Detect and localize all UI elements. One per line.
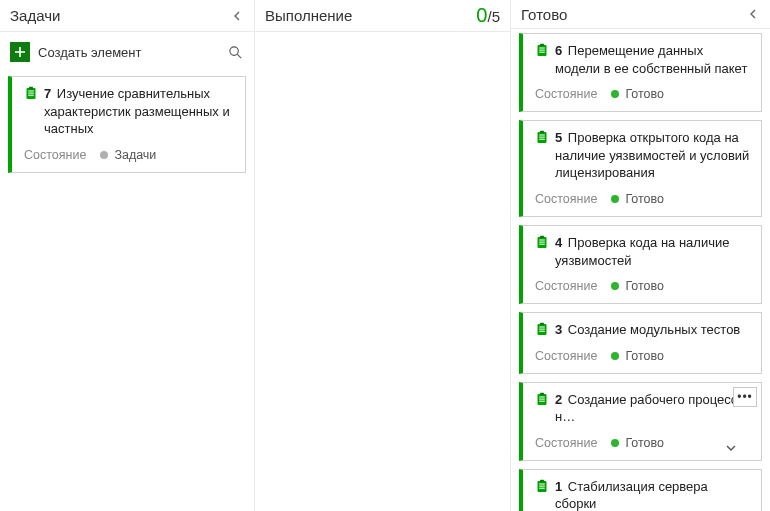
column-doing-header: Выполнение 0/5 [255, 0, 510, 32]
card-state-label: Состояние [535, 87, 597, 101]
svg-rect-28 [540, 392, 544, 394]
doing-count-current: 0 [476, 4, 487, 26]
svg-rect-13 [540, 131, 544, 133]
card-id: 2 [555, 392, 562, 407]
state-dot-icon [100, 151, 108, 159]
work-item-card[interactable]: 4 Проверка кода на наличие уязвимостейСо… [519, 225, 762, 304]
card-title: 4 Проверка кода на наличие уязвимостей [555, 234, 751, 269]
svg-rect-23 [540, 323, 544, 325]
svg-rect-16 [539, 139, 545, 140]
doing-count-total: /5 [487, 8, 500, 25]
svg-rect-6 [28, 95, 34, 96]
card-state-text: Готово [625, 192, 664, 206]
card-id: 1 [555, 479, 562, 494]
card-state-text: Готово [625, 279, 664, 293]
card-state-value: Готово [611, 349, 664, 363]
card-state-row: СостояниеГотово [535, 436, 751, 450]
svg-rect-20 [539, 242, 545, 243]
kanban-board: Задачи Создать элемент 7 Изучение сравни… [0, 0, 770, 511]
card-state-text: Готово [625, 349, 664, 363]
card-id: 6 [555, 43, 562, 58]
card-menu-button[interactable]: ••• [733, 387, 757, 407]
column-done-title: Готово [521, 6, 567, 23]
card-state-value: Готово [611, 192, 664, 206]
collapse-done-icon[interactable] [746, 7, 760, 21]
card-title-text: Создание рабочего процесса н… [555, 392, 745, 425]
card-title-text: Проверка открытого кода на наличие уязви… [555, 130, 749, 180]
card-title-text: Изучение сравнительных характеристик раз… [44, 86, 230, 136]
card-title: 5 Проверка открытого кода на наличие уяз… [555, 129, 751, 182]
card-title-row: 4 Проверка кода на наличие уязвимостей [535, 234, 751, 269]
svg-rect-8 [540, 44, 544, 46]
svg-line-1 [237, 54, 241, 58]
new-item-input[interactable]: Создать элемент [38, 45, 218, 60]
doing-card-list[interactable] [255, 32, 510, 44]
card-id: 4 [555, 235, 562, 250]
card-actions: ••• [733, 387, 757, 407]
column-done: Готово 6 Перемещение данных модели в ее … [511, 0, 770, 511]
card-state-text: Готово [625, 436, 664, 450]
card-state-row: СостояниеГотово [535, 192, 751, 206]
card-title-text: Перемещение данных модели в ее собственн… [555, 43, 747, 76]
work-item-card[interactable]: 3 Создание модульных тестовСостояниеГото… [519, 312, 762, 374]
svg-rect-34 [539, 483, 545, 484]
work-item-card[interactable]: 5 Проверка открытого кода на наличие уяз… [519, 120, 762, 217]
card-title-text: Проверка кода на наличие уязвимостей [555, 235, 729, 268]
svg-rect-15 [539, 137, 545, 138]
svg-rect-3 [29, 87, 33, 89]
svg-rect-4 [28, 91, 34, 92]
card-state-row: СостояниеГотово [535, 279, 751, 293]
card-title-row: 6 Перемещение данных модели в ее собстве… [535, 42, 751, 77]
add-item-button[interactable] [10, 42, 30, 62]
state-dot-icon [611, 282, 619, 290]
card-id: 3 [555, 322, 562, 337]
svg-point-0 [229, 46, 237, 54]
search-icon[interactable] [226, 43, 244, 61]
state-dot-icon [611, 352, 619, 360]
svg-rect-36 [539, 487, 545, 488]
card-expand-icon[interactable] [721, 440, 741, 456]
card-title-text: Стабилизация сервера сборки [555, 479, 708, 511]
done-card-list: 6 Перемещение данных модели в ее собстве… [511, 29, 770, 511]
work-item-card[interactable]: 1 Стабилизация сервера сборкиСостояниеГо… [519, 469, 762, 511]
card-state-label: Состояние [24, 148, 86, 162]
svg-rect-33 [540, 480, 544, 482]
column-doing: Выполнение 0/5 [255, 0, 511, 511]
svg-rect-10 [539, 50, 545, 51]
column-tasks-header: Задачи [0, 0, 254, 32]
card-id: 7 [44, 86, 51, 101]
card-id: 5 [555, 130, 562, 145]
svg-rect-21 [539, 244, 545, 245]
card-state-text: Задачи [114, 148, 156, 162]
card-state-value: Готово [611, 436, 664, 450]
column-doing-count: 0/5 [476, 4, 500, 27]
svg-rect-14 [539, 135, 545, 136]
card-title-row: 1 Стабилизация сервера сборки [535, 478, 751, 511]
card-title-row: 2 Создание рабочего процесса н… [535, 391, 751, 426]
task-clipboard-icon [535, 479, 549, 493]
work-item-card[interactable]: 6 Перемещение данных модели в ее собстве… [519, 33, 762, 112]
task-clipboard-icon [24, 86, 38, 100]
task-clipboard-icon [535, 322, 549, 336]
card-state-row: СостояниеГотово [535, 349, 751, 363]
svg-rect-31 [539, 400, 545, 401]
collapse-tasks-icon[interactable] [230, 9, 244, 23]
column-tasks-title: Задачи [10, 7, 60, 24]
card-state-value: Готово [611, 87, 664, 101]
column-done-header: Готово [511, 0, 770, 29]
task-clipboard-icon [535, 392, 549, 406]
svg-rect-26 [539, 331, 545, 332]
card-state-label: Состояние [535, 436, 597, 450]
column-doing-title: Выполнение [265, 7, 352, 24]
svg-rect-18 [540, 236, 544, 238]
tasks-card-list: 7 Изучение сравнительных характеристик р… [0, 72, 254, 181]
card-title: 3 Создание модульных тестов [555, 321, 740, 339]
work-item-card[interactable]: 7 Изучение сравнительных характеристик р… [8, 76, 246, 173]
column-tasks: Задачи Создать элемент 7 Изучение сравни… [0, 0, 255, 511]
card-title-row: 7 Изучение сравнительных характеристик р… [24, 85, 235, 138]
card-state-row: СостояниеГотово [535, 87, 751, 101]
work-item-card[interactable]: 2 Создание рабочего процесса н…Состояние… [519, 382, 762, 461]
card-state-value: Готово [611, 279, 664, 293]
task-clipboard-icon [535, 130, 549, 144]
task-clipboard-icon [535, 43, 549, 57]
